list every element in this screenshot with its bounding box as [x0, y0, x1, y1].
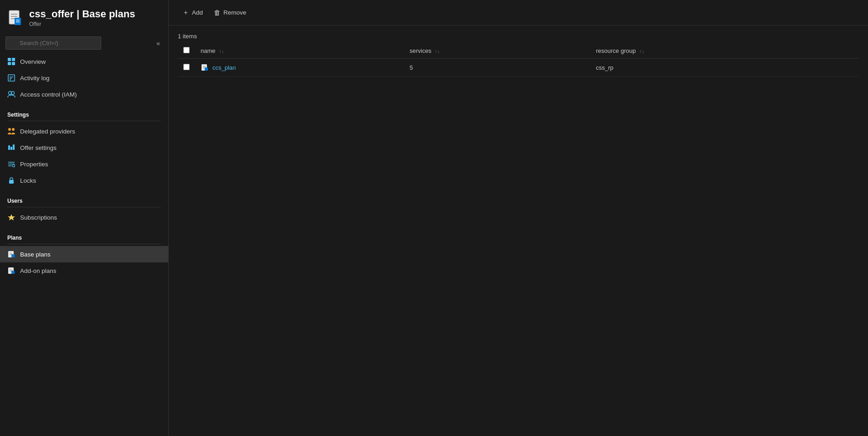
services-sort-icon[interactable]: ↑↓: [435, 48, 440, 54]
plans-divider: [7, 244, 161, 244]
add-button[interactable]: ＋ Add: [178, 5, 207, 20]
locks-label: Locks: [20, 177, 36, 184]
column-header-resource-group: resource group ↑↓: [590, 43, 859, 59]
users-divider: [7, 207, 161, 207]
search-wrapper: 🔍: [5, 36, 150, 50]
sidebar-header: css_offer | Base plans Offer: [0, 0, 168, 33]
table-row: ccs_plan 5 css_rp: [178, 59, 859, 77]
sidebar-item-activity-log[interactable]: Activity log: [0, 70, 168, 86]
access-control-label: Access control (IAM): [20, 91, 77, 98]
row-resource-group-cell: css_rp: [590, 59, 859, 77]
svg-rect-22: [13, 144, 15, 150]
svg-point-19: [12, 128, 15, 131]
svg-rect-12: [8, 75, 15, 81]
delegated-icon: [7, 127, 16, 135]
svg-rect-27: [9, 180, 14, 184]
svg-rect-20: [8, 145, 10, 150]
svg-rect-40: [205, 67, 208, 71]
base-plans-label: Base plans: [20, 251, 51, 258]
users-section-header: Users: [0, 191, 168, 206]
settings-divider: [7, 121, 161, 121]
sidebar-title-block: css_offer | Base plans Offer: [29, 8, 135, 27]
sidebar-item-base-plans[interactable]: Base plans: [0, 246, 168, 262]
svg-rect-8: [8, 58, 11, 61]
add-label: Add: [192, 9, 203, 16]
plans-section-header: Plans: [0, 228, 168, 243]
svg-point-18: [8, 128, 11, 131]
data-table: name ↑↓ services ↑↓ resource group ↑↓: [178, 43, 859, 77]
page-subtitle: Offer: [29, 21, 135, 27]
subscriptions-icon: [7, 213, 16, 221]
svg-rect-21: [10, 147, 12, 150]
sidebar-item-delegated-providers[interactable]: Delegated providers: [0, 123, 168, 139]
collapse-button[interactable]: «: [154, 38, 163, 49]
top-nav: Overview Activity log Acces: [0, 53, 168, 103]
addon-plans-icon: [7, 267, 16, 275]
toolbar: ＋ Add 🗑 Remove: [169, 0, 868, 26]
row-services-cell: 5: [404, 59, 591, 77]
settings-section-header: Settings: [0, 105, 168, 120]
column-header-name: name ↑↓: [195, 43, 404, 59]
sidebar-item-offer-settings[interactable]: Offer settings: [0, 139, 168, 156]
row-checkbox-cell: [178, 59, 195, 77]
overview-label: Overview: [20, 58, 46, 65]
remove-label: Remove: [223, 9, 246, 16]
select-all-checkbox[interactable]: [183, 47, 190, 53]
row-checkbox[interactable]: [183, 64, 190, 70]
svg-rect-5: [15, 18, 21, 25]
remove-button[interactable]: 🗑 Remove: [209, 6, 251, 19]
activity-log-icon: [7, 74, 16, 82]
sidebar-item-overview[interactable]: Overview: [0, 53, 168, 70]
main-content: ＋ Add 🗑 Remove 1 items name ↑↓: [169, 0, 868, 436]
access-control-icon: [7, 90, 16, 98]
svg-rect-32: [11, 254, 15, 257]
page-title: css_offer | Base plans: [29, 8, 135, 20]
offer-settings-label: Offer settings: [20, 144, 57, 151]
sidebar-item-properties[interactable]: Properties: [0, 156, 168, 172]
row-plan-icon: [201, 63, 209, 72]
table-body: ccs_plan 5 css_rp: [178, 59, 859, 77]
row-name-link[interactable]: ccs_plan: [212, 64, 236, 71]
sidebar-item-locks[interactable]: Locks: [0, 172, 168, 189]
search-input[interactable]: [5, 36, 101, 50]
svg-rect-11: [12, 62, 15, 65]
delegated-providers-label: Delegated providers: [20, 128, 75, 135]
sidebar-item-subscriptions[interactable]: Subscriptions: [0, 209, 168, 226]
subscriptions-label: Subscriptions: [20, 214, 57, 221]
remove-icon: 🗑: [214, 9, 221, 16]
svg-rect-36: [11, 271, 15, 274]
addon-plans-label: Add-on plans: [20, 267, 57, 274]
overview-icon: [7, 57, 16, 66]
column-header-services: services ↑↓: [404, 43, 591, 59]
svg-point-26: [13, 165, 15, 167]
svg-rect-10: [8, 62, 11, 65]
sidebar: css_offer | Base plans Offer 🔍 « Overvie…: [0, 0, 169, 436]
name-sort-icon[interactable]: ↑↓: [219, 48, 224, 54]
base-plans-icon: [7, 250, 16, 258]
row-name-cell: ccs_plan: [195, 59, 404, 77]
resource-group-sort-icon[interactable]: ↑↓: [639, 48, 644, 54]
header-checkbox-col: [178, 43, 195, 59]
svg-rect-9: [12, 58, 15, 61]
document-icon: [7, 10, 24, 26]
content-area: 1 items name ↑↓ services ↑↓: [169, 26, 868, 436]
search-row: 🔍 «: [0, 33, 168, 53]
items-count: 1 items: [178, 33, 859, 40]
properties-label: Properties: [20, 161, 48, 168]
sidebar-item-addon-plans[interactable]: Add-on plans: [0, 262, 168, 279]
table-header-row: name ↑↓ services ↑↓ resource group ↑↓: [178, 43, 859, 59]
add-icon: ＋: [182, 8, 189, 17]
properties-icon: [7, 160, 16, 168]
activity-log-label: Activity log: [20, 75, 50, 82]
svg-marker-28: [8, 214, 15, 221]
locks-icon: [7, 176, 16, 185]
sidebar-item-access-control[interactable]: Access control (IAM): [0, 86, 168, 103]
offer-settings-icon: [7, 144, 16, 152]
